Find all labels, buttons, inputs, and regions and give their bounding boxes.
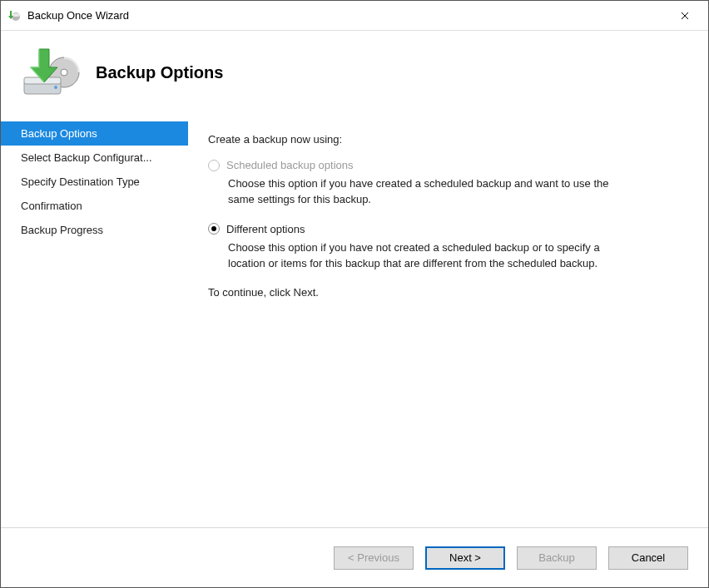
prompt-text: Create a backup now using: (208, 133, 685, 146)
previous-button: < Previous (334, 546, 414, 570)
continue-text: To continue, click Next. (208, 286, 685, 299)
step-sidebar: Backup Options Select Backup Configurat.… (1, 121, 188, 527)
page-title: Backup Options (96, 63, 223, 82)
svg-point-4 (61, 69, 67, 76)
cancel-button[interactable]: Cancel (608, 546, 688, 570)
radio-icon (208, 160, 220, 171)
step-backup-progress[interactable]: Backup Progress (1, 218, 188, 242)
content-panel: Create a backup now using: Scheduled bac… (188, 121, 708, 527)
wizard-body: Backup Options Select Backup Configurat.… (1, 121, 708, 527)
titlebar: Backup Once Wizard (1, 1, 708, 31)
radio-icon (208, 223, 220, 235)
window-title: Backup Once Wizard (27, 9, 668, 22)
step-backup-options[interactable]: Backup Options (1, 121, 188, 146)
radio-label-scheduled: Scheduled backup options (226, 159, 354, 171)
step-select-backup-config[interactable]: Select Backup Configurat... (1, 146, 188, 170)
backup-button: Backup (517, 546, 597, 570)
close-button[interactable] (668, 4, 702, 27)
radio-label-different: Different options (226, 223, 305, 235)
footer: < Previous Next > Backup Cancel (1, 527, 708, 587)
wizard-window: Backup Once Wizard Backup Options Backup… (0, 0, 709, 588)
backup-disc-icon (21, 47, 81, 97)
radio-desc-different: Choose this option if you have not creat… (228, 240, 611, 272)
radio-different-options[interactable]: Different options (208, 223, 685, 235)
radio-desc-scheduled: Choose this option if you have created a… (228, 176, 611, 208)
app-icon (7, 9, 21, 22)
step-specify-destination[interactable]: Specify Destination Type (1, 170, 188, 194)
radio-scheduled-backup: Scheduled backup options (208, 159, 685, 171)
step-confirmation[interactable]: Confirmation (1, 194, 188, 218)
header: Backup Options (1, 31, 708, 121)
next-button[interactable]: Next > (425, 546, 505, 570)
svg-point-7 (54, 86, 57, 89)
